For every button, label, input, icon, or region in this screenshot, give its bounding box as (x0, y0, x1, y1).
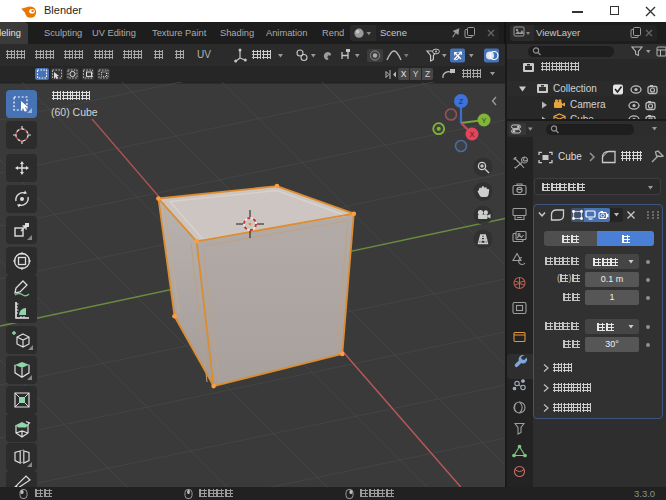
svg-text:X: X (469, 130, 474, 139)
svg-text:Z: Z (459, 97, 464, 106)
svg-text:Y: Y (481, 116, 486, 125)
